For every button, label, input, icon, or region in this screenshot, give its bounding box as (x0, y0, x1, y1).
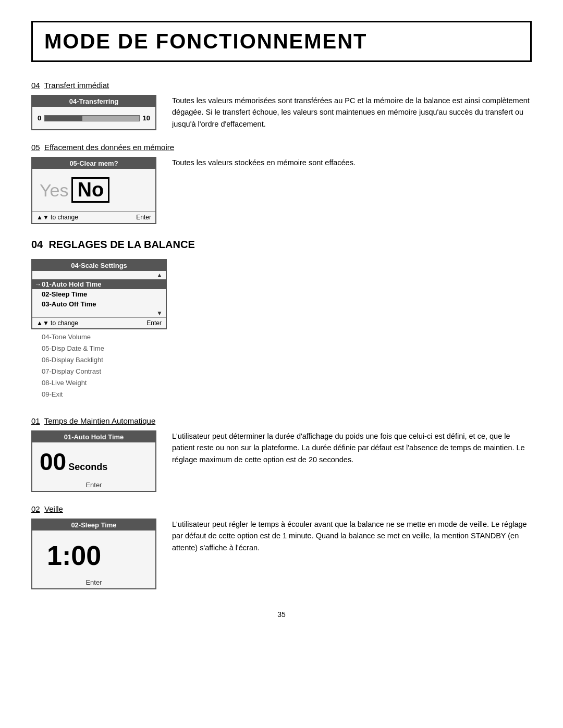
clear-lcd-header: 05-Clear mem? (32, 158, 155, 169)
scroll-up-indicator: ▲ (32, 271, 166, 279)
progress-start: 0 (38, 114, 41, 122)
sub02-label: Veille (44, 504, 63, 513)
extra-menu-item: 09-Exit (42, 389, 167, 400)
clear-description: Toutes les valeurs stockées en mémoire s… (172, 157, 532, 168)
yes-label: Yes (40, 180, 68, 201)
transfer-lcd-header: 04-Transferring (32, 96, 155, 107)
seconds-value-row: 00 Seconds (40, 448, 148, 476)
clear-lcd-body: Yes No (32, 169, 155, 211)
extra-menu-item: 06-Display Backlight (42, 354, 167, 366)
clear-footer-change: ▲▼ to change (36, 214, 78, 221)
progress-end: 10 (143, 114, 150, 122)
transfer-lcd-body: 0 10 (32, 107, 155, 129)
sub01-label: Temps de Maintien Automatique (44, 416, 155, 425)
auto-hold-body: 00 Seconds (32, 442, 155, 479)
sleep-body: 1:00 (32, 530, 155, 576)
extra-menu-items: 04-Tone Volume05-Disp Date & Time06-Disp… (31, 329, 172, 404)
sleep-footer: Enter (32, 576, 155, 588)
sleep-box: 02-Sleep Time 1:00 Enter (31, 519, 156, 589)
sub01-row: 01-Auto Hold Time 00 Seconds Enter L'uti… (31, 430, 532, 492)
extra-menu-item: 05-Disp Date & Time (42, 343, 167, 354)
page-title-box: MODE DE FONCTIONNEMENT (31, 21, 532, 62)
transfer-lcd: 04-Transferring 0 10 (31, 95, 156, 130)
section-04-num: 04 (31, 81, 40, 90)
progress-bar-inner (45, 116, 82, 121)
section-05-heading: 05 Effacement des données en mémoire (31, 143, 532, 152)
section-05-clear-row: 05-Clear mem? Yes No ▲▼ to change Enter … (31, 157, 532, 224)
menu-item-auto-off[interactable]: 03-Auto Off Time (32, 299, 166, 309)
no-label: No (71, 177, 109, 203)
scale-settings-row: 04-Scale Settings ▲ 01-Auto Hold Time 02… (31, 259, 532, 404)
section-04-label: Transfert immédiat (44, 81, 109, 90)
progress-bar-outer (44, 115, 139, 121)
scale-settings-heading: 04 REGLAGES DE LA BALANCE (31, 239, 532, 251)
auto-hold-description: L'utilisateur peut déterminer la durée d… (172, 430, 532, 465)
sub02-num: 02 (31, 504, 40, 513)
sleep-description: L'utilisateur peut régler le temps à éco… (172, 519, 532, 553)
auto-hold-footer: Enter (32, 479, 155, 491)
section-05-num: 05 (31, 143, 40, 152)
clear-lcd-footer: ▲▼ to change Enter (32, 211, 155, 223)
yes-no-row: Yes No (38, 173, 150, 207)
sub02-row: 02-Sleep Time 1:00 Enter L'utilisateur p… (31, 519, 532, 589)
sleep-time-value: 1:00 (40, 536, 148, 573)
scale-menu-body: ▲ 01-Auto Hold Time 02-Sleep Time 03-Aut… (32, 271, 166, 317)
menu-item-sleep-time[interactable]: 02-Sleep Time (32, 289, 166, 299)
scroll-down-indicator: ▼ (32, 309, 166, 317)
sleep-lcd: 02-Sleep Time 1:00 Enter (31, 519, 156, 589)
scale-menu-header: 04-Scale Settings (32, 260, 166, 271)
sub02-heading: 02 Veille (31, 504, 532, 513)
scale-menu-box: 04-Scale Settings ▲ 01-Auto Hold Time 02… (31, 259, 167, 329)
clear-lcd-box: 05-Clear mem? Yes No ▲▼ to change Enter (31, 157, 156, 224)
section-05-label: Effacement des données en mémoire (44, 143, 174, 152)
extra-menu-item: 07-Display Contrast (42, 366, 167, 377)
scale-menu-col: 04-Scale Settings ▲ 01-Auto Hold Time 02… (31, 259, 172, 404)
scale-footer-change: ▲▼ to change (36, 319, 78, 327)
section-04-transfer-row: 04-Transferring 0 10 Toutes les valeurs … (31, 95, 532, 130)
transfer-description: Toutes les valeurs mémorisées sont trans… (172, 95, 532, 130)
page-title: MODE DE FONCTIONNEMENT (44, 30, 519, 53)
seconds-unit: Seconds (68, 462, 107, 473)
seconds-num: 00 (40, 448, 66, 476)
extra-menu-item: 04-Tone Volume (42, 331, 167, 343)
progress-row: 0 10 (38, 111, 150, 125)
sub01-num: 01 (31, 416, 40, 425)
auto-hold-box: 01-Auto Hold Time 00 Seconds Enter (31, 430, 156, 492)
auto-hold-lcd: 01-Auto Hold Time 00 Seconds Enter (31, 430, 156, 492)
page-number: 35 (31, 610, 532, 619)
sub01-heading: 01 Temps de Maintien Automatique (31, 416, 532, 425)
scale-footer-enter: Enter (146, 319, 162, 327)
scale-menu-footer: ▲▼ to change Enter (32, 317, 166, 328)
transfer-lcd-box: 04-Transferring 0 10 (31, 95, 156, 130)
extra-menu-item: 08-Live Weight (42, 377, 167, 389)
section-04-transfer-heading: 04 Transfert immédiat (31, 81, 532, 90)
auto-hold-header: 01-Auto Hold Time (32, 431, 155, 442)
sleep-header: 02-Sleep Time (32, 520, 155, 530)
menu-item-auto-hold[interactable]: 01-Auto Hold Time (32, 279, 166, 289)
clear-footer-enter: Enter (136, 214, 151, 221)
clear-lcd: 05-Clear mem? Yes No ▲▼ to change Enter (31, 157, 156, 224)
